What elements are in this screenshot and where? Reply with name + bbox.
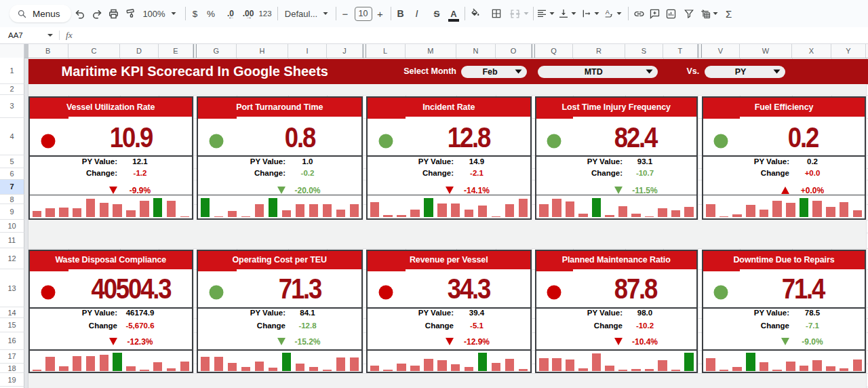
- row-header-13[interactable]: 13: [0, 269, 24, 307]
- sheet-grid[interactable]: Maritime KPI Scorecard In Google Sheets …: [24, 58, 868, 388]
- row-header-15[interactable]: 15: [0, 318, 24, 332]
- text-wrap-button[interactable]: [579, 0, 594, 27]
- row-header-5[interactable]: 5: [0, 155, 24, 168]
- name-box-caret-icon[interactable]: [47, 33, 54, 37]
- paint-format-button[interactable]: [123, 0, 138, 27]
- merge-caret-icon[interactable]: [522, 0, 530, 27]
- row-header-11[interactable]: 11: [0, 233, 24, 248]
- row-header-14[interactable]: 14: [0, 307, 24, 318]
- period-dropdown[interactable]: MTD: [538, 66, 658, 78]
- month-dropdown[interactable]: Feb: [461, 66, 527, 78]
- py-value: 1.0: [302, 157, 313, 166]
- column-header-C[interactable]: C: [68, 43, 120, 58]
- sparkline-bar: [59, 208, 68, 217]
- column-header-R[interactable]: R: [573, 43, 625, 58]
- row-header-3[interactable]: 3: [0, 95, 24, 118]
- period-dropdown-caret-icon: [646, 69, 653, 74]
- redo-button[interactable]: [90, 0, 104, 27]
- py-value-label: PY Value:: [418, 309, 454, 317]
- zoom-caret-icon[interactable]: [170, 0, 178, 27]
- sparkline-bar: [241, 367, 251, 370]
- column-header-J[interactable]: J: [327, 43, 363, 58]
- column-header-H[interactable]: H: [237, 43, 288, 58]
- column-header-L[interactable]: L: [366, 43, 406, 58]
- sparkline-bar: [519, 369, 528, 371]
- sparkline-bar: [631, 369, 641, 370]
- sparkline-bar: [140, 370, 149, 371]
- font-caret-icon[interactable]: [321, 0, 330, 27]
- sparkline-bar: [566, 360, 575, 371]
- row-header-16[interactable]: 16: [0, 332, 24, 350]
- change-arrow-icon: [277, 338, 285, 345]
- functions-button[interactable]: Σ: [714, 0, 744, 27]
- number-format-button[interactable]: 123: [250, 0, 280, 27]
- column-header-S[interactable]: S: [625, 43, 663, 58]
- insert-comment-button[interactable]: [648, 0, 663, 27]
- google-sheets-window: Menus100%$%.0←.00→123Defaul...−10+BISAAΣ…: [0, 0, 868, 388]
- row-header-6[interactable]: 6: [0, 168, 24, 180]
- row-header-19[interactable]: 19: [0, 373, 24, 387]
- sparkline-bar: [241, 216, 251, 218]
- font-select[interactable]: Defaul...: [286, 0, 316, 27]
- column-header-Y[interactable]: Y: [831, 43, 866, 58]
- horizontal-align-button[interactable]: [534, 0, 549, 27]
- select-all-corner[interactable]: [0, 43, 24, 58]
- column-header-T[interactable]: T: [663, 43, 698, 58]
- vertical-align-button[interactable]: [556, 0, 571, 27]
- text-color-button[interactable]: A: [446, 0, 461, 27]
- print-button[interactable]: [106, 0, 121, 27]
- row-header-10[interactable]: 10: [0, 220, 24, 233]
- column-header-N[interactable]: N: [456, 43, 496, 58]
- kpi-card-title: Operating Cost per TEU: [198, 251, 362, 269]
- column-header-G[interactable]: G: [197, 43, 237, 58]
- kpi-card-7: Operating Cost per TEU71.3PY Value:84.1C…: [197, 250, 363, 374]
- row-header-7[interactable]: 7: [0, 180, 24, 195]
- kpi-status-circle: [714, 286, 728, 300]
- insert-link-button[interactable]: [632, 0, 647, 27]
- insert-chart-button[interactable]: [664, 0, 679, 27]
- column-header-B[interactable]: B: [28, 43, 69, 58]
- menus-search-button[interactable]: Menus: [9, 5, 71, 22]
- comparison-dropdown[interactable]: PY: [705, 66, 785, 78]
- sparkline-bar: [645, 369, 654, 370]
- text-rotation-caret-icon[interactable]: [615, 0, 623, 27]
- filter-button[interactable]: [682, 0, 696, 27]
- name-box[interactable]: AA7: [8, 27, 23, 43]
- kpi-card-title-tab: [30, 117, 69, 119]
- sheet-fill-row19: [28, 374, 867, 388]
- decrease-decimals-button[interactable]: .0←: [221, 0, 240, 27]
- vertical-align-caret-icon[interactable]: [570, 0, 578, 27]
- row-header-9[interactable]: 9: [0, 204, 24, 220]
- row-header-17[interactable]: 17: [0, 350, 24, 364]
- sparkline-bar: [618, 370, 628, 371]
- borders-button[interactable]: [489, 0, 504, 27]
- row-header-4[interactable]: 4: [0, 118, 24, 156]
- column-header-M[interactable]: M: [406, 43, 457, 58]
- py-value-label: PY Value:: [587, 309, 623, 317]
- row-header-12[interactable]: 12: [0, 248, 24, 269]
- sparkline-bar: [282, 210, 292, 217]
- column-header-O[interactable]: O: [496, 43, 532, 58]
- column-header-E[interactable]: E: [159, 43, 193, 58]
- column-header-I[interactable]: I: [288, 43, 327, 58]
- column-header-X[interactable]: X: [792, 43, 831, 58]
- row-header-1[interactable]: 1: [0, 58, 24, 84]
- row-header-2[interactable]: 2: [0, 84, 24, 96]
- column-header-Q[interactable]: Q: [535, 43, 573, 58]
- row-header-8[interactable]: 8: [0, 195, 24, 204]
- kpi-value: 87.8: [614, 273, 656, 305]
- column-header-W[interactable]: W: [740, 43, 792, 58]
- merge-cells-button[interactable]: [507, 0, 522, 27]
- sparkline-bar: [424, 359, 433, 371]
- zoom-select[interactable]: 100%: [139, 0, 169, 27]
- table-views-button[interactable]: [698, 0, 713, 27]
- row-header-18[interactable]: 18: [0, 364, 24, 373]
- text-wrap-caret-icon[interactable]: [593, 0, 601, 27]
- column-header-D[interactable]: D: [120, 43, 159, 58]
- column-header-V[interactable]: V: [702, 43, 740, 58]
- fill-color-button[interactable]: [468, 0, 483, 27]
- card-section-divider: [30, 155, 193, 157]
- sparkline-bar: [719, 216, 729, 218]
- horizontal-align-caret-icon[interactable]: [548, 0, 556, 27]
- undo-button[interactable]: [73, 0, 87, 27]
